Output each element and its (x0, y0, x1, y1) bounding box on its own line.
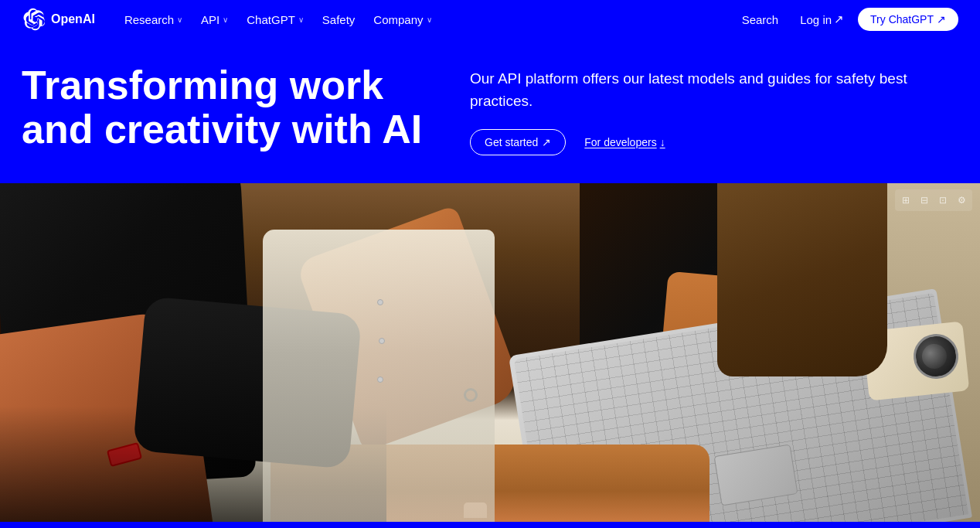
get-started-button[interactable]: Get started ↗ (470, 129, 566, 155)
hero-description: Our API platform offers our latest model… (470, 68, 918, 112)
login-arrow-icon: ↗ (834, 12, 844, 26)
hero-title: Transforming work and creativity with AI (22, 63, 424, 152)
hero-image-container: ⊞ ⊟ ⊡ ⚙ (0, 183, 980, 522)
search-button[interactable]: Search (734, 9, 787, 31)
navigation: OpenAI Research ∨ API ∨ ChatGPT ∨ Safety… (0, 0, 980, 39)
hero-right: Our API platform offers our latest model… (470, 63, 918, 155)
hero-section: Transforming work and creativity with AI… (0, 39, 980, 183)
image-toolbar: ⊞ ⊟ ⊡ ⚙ (895, 189, 972, 211)
button-3 (377, 376, 383, 383)
hero-left: Transforming work and creativity with AI (22, 63, 424, 152)
white-shirt (263, 230, 495, 522)
nav-safety[interactable]: Safety (315, 9, 363, 31)
toolbar-icon-grid[interactable]: ⊞ (897, 192, 914, 209)
logo-text: OpenAI (51, 12, 95, 26)
nav-api[interactable]: API ∨ (193, 9, 236, 31)
button-2 (379, 338, 385, 344)
nav-links: Research ∨ API ∨ ChatGPT ∨ Safety Compan… (117, 9, 734, 31)
toolbar-icon-expand[interactable]: ⊡ (934, 192, 951, 209)
nav-chatgpt[interactable]: ChatGPT ∨ (239, 9, 311, 31)
hero-buttons: Get started ↗ For developers ↓ (470, 129, 918, 155)
for-developers-button[interactable]: For developers ↓ (584, 136, 665, 148)
hero-photo (0, 183, 980, 522)
api-chevron: ∨ (223, 15, 228, 24)
company-chevron: ∨ (427, 15, 432, 24)
for-developers-arrow-icon: ↓ (660, 136, 665, 148)
button-1 (377, 299, 383, 305)
brown-jacket (717, 183, 887, 376)
nav-company[interactable]: Company ∨ (366, 9, 439, 31)
get-started-arrow-icon: ↗ (542, 136, 551, 148)
try-chatgpt-button[interactable]: Try ChatGPT ↗ (858, 8, 958, 31)
chatgpt-chevron: ∨ (298, 15, 304, 24)
try-arrow-icon: ↗ (937, 13, 946, 26)
toolbar-icon-settings[interactable]: ⚙ (953, 192, 970, 209)
login-button[interactable]: Log in ↗ (792, 8, 852, 31)
research-chevron: ∨ (177, 15, 182, 24)
nav-research[interactable]: Research ∨ (117, 9, 190, 31)
openai-logo-icon (22, 8, 45, 31)
openai-logo[interactable]: OpenAI (22, 8, 95, 31)
nav-right: Search Log in ↗ Try ChatGPT ↗ (734, 8, 958, 31)
toolbar-icon-minus[interactable]: ⊟ (916, 192, 933, 209)
